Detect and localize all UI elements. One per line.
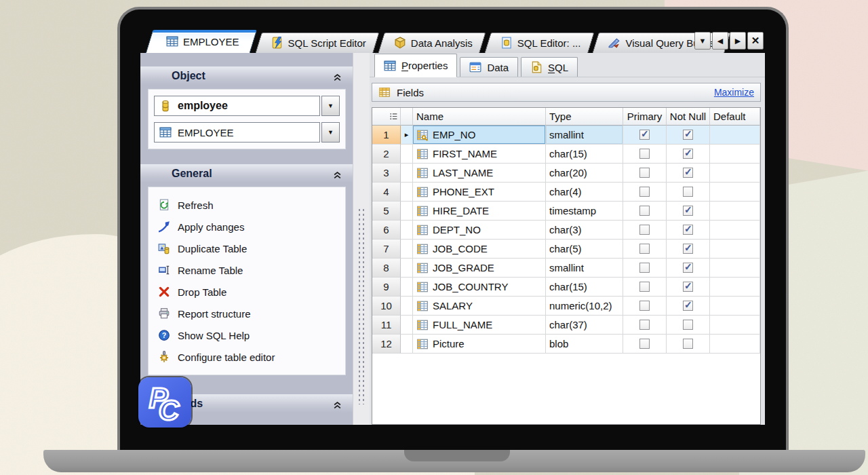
- notnull-checkbox[interactable]: [683, 263, 693, 273]
- field-name-cell[interactable]: EMP_NO: [413, 126, 546, 145]
- notnull-cell[interactable]: [667, 316, 710, 335]
- default-cell[interactable]: [710, 278, 760, 297]
- field-type-cell[interactable]: smallint: [546, 259, 623, 278]
- primary-checkbox[interactable]: [639, 263, 650, 273]
- next-tab-button[interactable]: ▶: [730, 32, 746, 50]
- object-select[interactable]: EMPLOYEE: [154, 122, 320, 142]
- collapse-chevron-icon[interactable]: [333, 170, 342, 178]
- primary-cell[interactable]: [623, 316, 667, 335]
- field-name-cell[interactable]: FIRST_NAME: [413, 145, 546, 164]
- notnull-cell[interactable]: [667, 221, 710, 240]
- default-cell[interactable]: [710, 316, 760, 335]
- notnull-cell[interactable]: [667, 164, 710, 183]
- notnull-cell[interactable]: [667, 240, 710, 259]
- default-cell[interactable]: [710, 164, 760, 183]
- field-type-cell[interactable]: char(20): [546, 164, 623, 183]
- notnull-cell[interactable]: [667, 259, 710, 278]
- field-name-cell[interactable]: HIRE_DATE: [413, 202, 546, 221]
- row-number-cell[interactable]: 11: [372, 316, 401, 335]
- notnull-checkbox[interactable]: [683, 130, 693, 140]
- row-number-cell[interactable]: 4: [372, 183, 401, 202]
- primary-checkbox[interactable]: [639, 149, 650, 159]
- notnull-cell[interactable]: [667, 297, 710, 316]
- column-header-name[interactable]: Name: [413, 108, 546, 126]
- close-tab-button[interactable]: ✕: [747, 32, 764, 50]
- maximize-link[interactable]: Maximize: [714, 87, 754, 98]
- field-name-cell[interactable]: JOB_GRADE: [413, 259, 546, 278]
- field-type-cell[interactable]: char(4): [546, 183, 623, 202]
- field-type-cell[interactable]: char(3): [546, 221, 623, 240]
- notnull-cell[interactable]: [667, 278, 710, 297]
- column-header-default[interactable]: Default: [710, 108, 760, 126]
- field-type-cell[interactable]: numeric(10,2): [546, 297, 623, 316]
- primary-checkbox[interactable]: [639, 301, 650, 311]
- column-header-primary[interactable]: Primary: [623, 108, 667, 126]
- notnull-cell[interactable]: [667, 126, 710, 145]
- primary-checkbox[interactable]: [639, 130, 650, 140]
- notnull-checkbox[interactable]: [683, 206, 693, 216]
- tab-sql-editor[interactable]: SQL Editor: ...: [488, 33, 591, 53]
- view-tab-sql[interactable]: SQL: [521, 57, 578, 77]
- primary-cell[interactable]: [623, 145, 667, 164]
- action-refresh[interactable]: Refresh: [154, 194, 340, 216]
- field-name-cell[interactable]: FULL_NAME: [413, 316, 546, 335]
- field-name-cell[interactable]: Picture: [413, 335, 546, 354]
- action-report-structure[interactable]: Report structure: [154, 303, 340, 324]
- collapse-chevron-icon[interactable]: [333, 72, 342, 81]
- default-cell[interactable]: [710, 335, 760, 354]
- view-tab-data[interactable]: Data: [460, 57, 518, 77]
- row-number-cell[interactable]: 6: [372, 221, 401, 240]
- row-number-cell[interactable]: 12: [372, 335, 401, 354]
- action-rename-table[interactable]: Rename Table: [154, 259, 340, 281]
- notnull-cell[interactable]: [667, 183, 710, 202]
- tab-employee[interactable]: EMPLOYEE: [149, 30, 254, 53]
- notnull-checkbox[interactable]: [683, 168, 693, 178]
- field-type-cell[interactable]: char(37): [546, 316, 623, 335]
- field-type-cell[interactable]: smallint: [546, 126, 623, 145]
- primary-checkbox[interactable]: [639, 225, 650, 235]
- field-type-cell[interactable]: blob: [546, 335, 623, 354]
- collapse-chevron-icon[interactable]: [333, 400, 342, 408]
- primary-checkbox[interactable]: [639, 206, 650, 216]
- primary-cell[interactable]: [623, 240, 667, 259]
- row-number-cell[interactable]: 9: [372, 278, 401, 297]
- tab-list-dropdown-button[interactable]: ▼: [694, 32, 711, 50]
- primary-checkbox[interactable]: [639, 282, 650, 292]
- row-number-cell[interactable]: 2: [372, 145, 401, 164]
- default-cell[interactable]: [710, 126, 760, 145]
- notnull-cell[interactable]: [667, 145, 710, 164]
- notnull-checkbox[interactable]: [683, 320, 693, 330]
- field-name-cell[interactable]: DEPT_NO: [413, 221, 546, 240]
- field-name-cell[interactable]: LAST_NAME: [413, 164, 546, 183]
- primary-checkbox[interactable]: [639, 168, 650, 178]
- notnull-checkbox[interactable]: [683, 187, 693, 197]
- row-number-cell[interactable]: 8: [372, 259, 401, 278]
- tab-data-analysis[interactable]: Data Analysis: [381, 33, 483, 53]
- default-cell[interactable]: [710, 297, 760, 316]
- primary-checkbox[interactable]: [639, 320, 650, 330]
- field-name-cell[interactable]: PHONE_EXT: [413, 183, 546, 202]
- primary-cell[interactable]: [623, 335, 667, 354]
- row-number-cell[interactable]: 3: [372, 164, 401, 183]
- field-name-cell[interactable]: JOB_COUNTRY: [413, 278, 546, 297]
- view-tab-properties[interactable]: Properties: [374, 54, 457, 77]
- object-select-dropdown-button[interactable]: ▼: [321, 122, 340, 142]
- row-number-cell[interactable]: 1: [372, 126, 401, 145]
- notnull-cell[interactable]: [667, 202, 710, 221]
- action-show-sql-help[interactable]: ?Show SQL Help: [154, 324, 340, 346]
- primary-checkbox[interactable]: [639, 244, 650, 254]
- default-cell[interactable]: [710, 259, 760, 278]
- field-name-cell[interactable]: JOB_CODE: [413, 240, 546, 259]
- default-cell[interactable]: [710, 240, 760, 259]
- notnull-checkbox[interactable]: [683, 301, 693, 311]
- action-configure-table-editor[interactable]: Configure table editor: [154, 346, 340, 368]
- field-name-cell[interactable]: SALARY: [413, 297, 546, 316]
- primary-cell[interactable]: [623, 278, 667, 297]
- primary-cell[interactable]: [623, 297, 667, 316]
- primary-cell[interactable]: [623, 259, 667, 278]
- table-select[interactable]: employee: [154, 96, 320, 116]
- default-cell[interactable]: [710, 221, 760, 240]
- primary-cell[interactable]: [623, 221, 667, 240]
- notnull-cell[interactable]: [667, 335, 710, 354]
- field-type-cell[interactable]: char(15): [546, 145, 623, 164]
